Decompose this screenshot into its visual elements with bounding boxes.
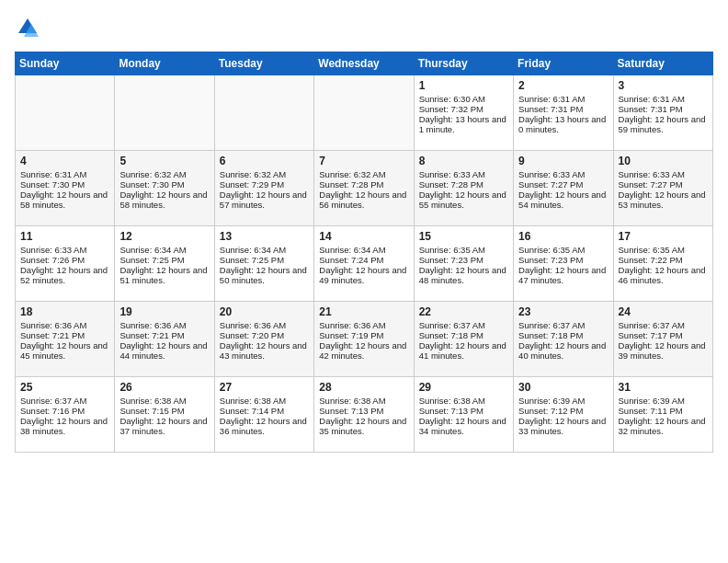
day-number: 30 [518,381,608,394]
day-number: 7 [319,155,408,167]
header-day-wednesday: Wednesday [314,52,414,75]
sunrise-text: Sunrise: 6:32 AM [119,169,186,179]
sunrise-text: Sunrise: 6:31 AM [20,169,86,179]
header-day-monday: Monday [115,52,214,75]
calendar-cell: 11Sunrise: 6:33 AMSunset: 7:26 PMDayligh… [16,226,115,302]
calendar-cell [16,75,115,151]
daylight-text: Daylight: 12 hours and 56 minutes. [319,190,406,210]
calendar-cell: 31Sunrise: 6:39 AMSunset: 7:11 PMDayligh… [613,377,712,453]
day-number: 29 [419,381,508,394]
day-number: 10 [619,155,708,167]
day-number: 15 [419,230,508,243]
sunrise-text: Sunrise: 6:34 AM [220,245,286,255]
calendar-table: SundayMondayTuesdayWednesdayThursdayFrid… [15,52,713,453]
header-day-tuesday: Tuesday [214,52,313,75]
calendar-cell [314,75,414,151]
day-number: 28 [319,381,408,394]
daylight-text: Daylight: 12 hours and 34 minutes. [419,416,506,436]
sunset-text: Sunset: 7:26 PM [20,255,85,265]
day-number: 24 [619,305,708,318]
day-number: 4 [20,155,109,167]
header-day-thursday: Thursday [414,52,513,75]
daylight-text: Daylight: 12 hours and 54 minutes. [518,190,606,210]
sunset-text: Sunset: 7:24 PM [319,255,383,265]
sunrise-text: Sunrise: 6:36 AM [20,320,86,330]
sunset-text: Sunset: 7:18 PM [518,330,583,340]
calendar-cell: 16Sunrise: 6:35 AMSunset: 7:23 PMDayligh… [514,226,613,302]
daylight-text: Daylight: 12 hours and 36 minutes. [220,416,307,436]
sunrise-text: Sunrise: 6:38 AM [419,396,485,406]
sunset-text: Sunset: 7:29 PM [220,179,284,190]
sunset-text: Sunset: 7:20 PM [220,330,284,340]
calendar-cell: 30Sunrise: 6:39 AMSunset: 7:12 PMDayligh… [514,377,613,453]
sunset-text: Sunset: 7:21 PM [119,330,184,340]
daylight-text: Daylight: 12 hours and 37 minutes. [119,416,207,436]
sunrise-text: Sunrise: 6:36 AM [319,320,385,330]
calendar-cell: 14Sunrise: 6:34 AMSunset: 7:24 PMDayligh… [314,226,414,302]
sunset-text: Sunset: 7:30 PM [20,179,85,190]
day-number: 5 [119,155,209,167]
day-number: 8 [419,155,508,167]
sunset-text: Sunset: 7:14 PM [220,406,284,416]
daylight-text: Daylight: 12 hours and 47 minutes. [518,265,606,285]
sunrise-text: Sunrise: 6:39 AM [518,396,585,406]
calendar-cell: 21Sunrise: 6:36 AMSunset: 7:19 PMDayligh… [314,302,414,377]
calendar-cell: 19Sunrise: 6:36 AMSunset: 7:21 PMDayligh… [115,302,214,377]
calendar-cell: 13Sunrise: 6:34 AMSunset: 7:25 PMDayligh… [214,226,313,302]
sunset-text: Sunset: 7:31 PM [619,104,683,114]
sunrise-text: Sunrise: 6:39 AM [619,396,685,406]
day-number: 18 [20,305,109,318]
calendar-cell: 17Sunrise: 6:35 AMSunset: 7:22 PMDayligh… [613,226,712,302]
day-number: 14 [319,230,408,243]
sunrise-text: Sunrise: 6:35 AM [518,245,585,255]
header-day-sunday: Sunday [16,52,115,75]
sunrise-text: Sunrise: 6:32 AM [220,169,286,179]
sunset-text: Sunset: 7:22 PM [619,255,683,265]
sunrise-text: Sunrise: 6:33 AM [419,169,485,179]
day-number: 22 [419,305,508,318]
daylight-text: Daylight: 12 hours and 48 minutes. [419,265,506,285]
sunrise-text: Sunrise: 6:32 AM [319,169,385,179]
sunrise-text: Sunrise: 6:38 AM [119,396,186,406]
day-number: 6 [220,155,309,167]
calendar-cell: 2Sunrise: 6:31 AMSunset: 7:31 PMDaylight… [514,75,613,151]
week-row-3: 11Sunrise: 6:33 AMSunset: 7:26 PMDayligh… [16,226,713,302]
day-number: 23 [518,305,608,318]
calendar-cell [214,75,313,151]
daylight-text: Daylight: 12 hours and 35 minutes. [319,416,406,436]
logo-icon [15,15,40,40]
calendar-cell: 28Sunrise: 6:38 AMSunset: 7:13 PMDayligh… [314,377,414,453]
sunset-text: Sunset: 7:25 PM [119,255,184,265]
sunset-text: Sunset: 7:27 PM [518,179,583,190]
calendar-cell: 26Sunrise: 6:38 AMSunset: 7:15 PMDayligh… [115,377,214,453]
daylight-text: Daylight: 12 hours and 46 minutes. [619,265,706,285]
week-row-5: 25Sunrise: 6:37 AMSunset: 7:16 PMDayligh… [16,377,713,453]
calendar-cell: 24Sunrise: 6:37 AMSunset: 7:17 PMDayligh… [613,302,712,377]
calendar-cell: 20Sunrise: 6:36 AMSunset: 7:20 PMDayligh… [214,302,313,377]
day-number: 12 [119,230,209,243]
day-number: 21 [319,305,408,318]
week-row-2: 4Sunrise: 6:31 AMSunset: 7:30 PMDaylight… [16,151,713,226]
daylight-text: Daylight: 12 hours and 59 minutes. [619,114,706,134]
calendar-cell: 18Sunrise: 6:36 AMSunset: 7:21 PMDayligh… [16,302,115,377]
sunset-text: Sunset: 7:16 PM [20,406,85,416]
daylight-text: Daylight: 12 hours and 53 minutes. [619,190,706,210]
sunset-text: Sunset: 7:31 PM [518,104,583,114]
sunrise-text: Sunrise: 6:36 AM [220,320,286,330]
sunrise-text: Sunrise: 6:38 AM [220,396,286,406]
daylight-text: Daylight: 12 hours and 55 minutes. [419,190,506,210]
sunset-text: Sunset: 7:28 PM [419,179,483,190]
calendar-cell: 10Sunrise: 6:33 AMSunset: 7:27 PMDayligh… [613,151,712,226]
calendar-cell: 5Sunrise: 6:32 AMSunset: 7:30 PMDaylight… [115,151,214,226]
day-number: 11 [20,230,109,243]
daylight-text: Daylight: 12 hours and 57 minutes. [220,190,307,210]
header-day-friday: Friday [514,52,613,75]
daylight-text: Daylight: 12 hours and 51 minutes. [119,265,207,285]
sunset-text: Sunset: 7:23 PM [419,255,483,265]
calendar-cell: 8Sunrise: 6:33 AMSunset: 7:28 PMDaylight… [414,151,513,226]
daylight-text: Daylight: 12 hours and 45 minutes. [20,340,108,361]
calendar-cell: 9Sunrise: 6:33 AMSunset: 7:27 PMDaylight… [514,151,613,226]
sunset-text: Sunset: 7:28 PM [319,179,383,190]
sunset-text: Sunset: 7:13 PM [419,406,483,416]
day-number: 3 [619,79,708,92]
